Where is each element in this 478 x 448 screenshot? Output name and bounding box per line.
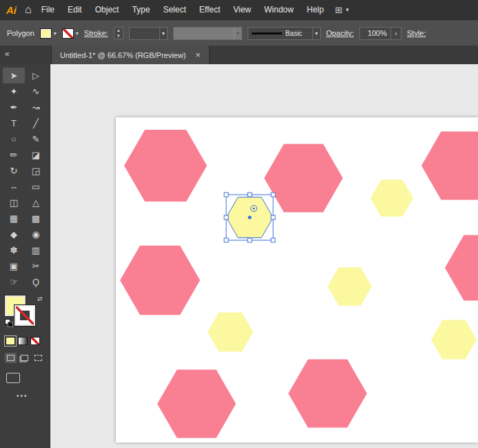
menu-help[interactable]: Help <box>307 5 324 14</box>
menu-select[interactable]: Select <box>163 5 186 14</box>
document-tab-title: Untitled-1* @ 66.67% (RGB/Preview) <box>60 51 186 59</box>
document-tab[interactable]: Untitled-1* @ 66.67% (RGB/Preview) × <box>51 46 210 64</box>
shaper-tool[interactable]: ✏ <box>3 147 25 163</box>
menu-edit[interactable]: Edit <box>68 5 82 14</box>
style-label[interactable]: Style: <box>407 29 426 37</box>
zoom-tool[interactable]: Ϙ <box>25 274 47 290</box>
width-tool[interactable]: ⇔ <box>3 179 25 195</box>
hexagon-pink[interactable] <box>288 360 367 428</box>
direct-selection-tool[interactable]: ▷ <box>25 68 47 84</box>
magic-wand-tool[interactable]: ✦ <box>3 84 25 99</box>
symbol-sprayer-tool[interactable]: ✽ <box>3 242 25 258</box>
chevron-down-icon[interactable]: ▾ <box>54 30 57 37</box>
close-tab-icon[interactable]: × <box>195 50 201 60</box>
lasso-tool[interactable]: ∿ <box>25 84 47 99</box>
stepper-down-icon[interactable]: ▾ <box>114 33 123 39</box>
stroke-weight-stepper[interactable]: ▴ ▾ <box>114 27 123 39</box>
selection-handle[interactable] <box>271 238 275 242</box>
draw-behind-button[interactable] <box>19 353 30 363</box>
free-transform-tool[interactable]: ▭ <box>25 179 47 195</box>
default-fill-stroke-icon[interactable] <box>5 319 14 328</box>
gradient-tool[interactable]: ▩ <box>25 211 47 226</box>
hand-tool[interactable]: ☞ <box>3 274 25 290</box>
hexagon-yellow[interactable] <box>370 179 413 217</box>
menu-bar: Ai ⌂ FileEditObjectTypeSelectEffectViewW… <box>0 0 478 19</box>
edit-toolbar-icon[interactable]: ••• <box>17 392 50 400</box>
selection-handle[interactable] <box>224 193 228 197</box>
selection-handle[interactable] <box>224 215 228 220</box>
stroke-weight-dropdown[interactable]: ▾ <box>129 27 168 40</box>
selection-handle[interactable] <box>224 238 228 242</box>
stroke-color-swatch[interactable] <box>14 305 35 326</box>
mesh-tool[interactable]: ▦ <box>3 211 25 226</box>
selection-handle[interactable] <box>271 193 275 197</box>
hexagon-pink[interactable] <box>124 130 207 202</box>
swap-fill-stroke-icon[interactable]: ⇄ <box>37 295 43 302</box>
illustrator-app: Ai ⌂ FileEditObjectTypeSelectEffectViewW… <box>0 0 478 448</box>
draw-normal-button[interactable] <box>5 353 17 363</box>
gradient-button[interactable] <box>18 337 28 345</box>
menu-file[interactable]: File <box>41 5 54 14</box>
artwork-svg[interactable] <box>116 117 478 442</box>
selection-center-point[interactable] <box>248 216 252 220</box>
context-label: Polygon <box>7 29 34 37</box>
column-graph-tool[interactable]: ▥ <box>25 242 47 258</box>
opacity-input[interactable]: 100% <box>359 27 391 40</box>
hexagon-pink[interactable] <box>264 144 343 213</box>
menu-view[interactable]: View <box>233 5 251 14</box>
hexagon-yellow[interactable] <box>208 312 253 351</box>
hexagon-pink[interactable] <box>157 370 236 438</box>
none-button[interactable] <box>30 337 40 345</box>
scale-tool[interactable]: ◲ <box>25 163 47 179</box>
pen-tool[interactable]: ✒ <box>3 99 25 115</box>
chevron-down-icon[interactable]: ▾ <box>312 28 320 39</box>
eyedropper-tool[interactable]: ◆ <box>3 226 25 242</box>
selection-handle[interactable] <box>271 215 275 220</box>
color-button[interactable] <box>6 337 15 345</box>
perspective-grid-tool[interactable]: △ <box>25 195 47 211</box>
stroke-label[interactable]: Stroke: <box>84 29 108 37</box>
hexagon-pink[interactable] <box>421 132 478 200</box>
selection-handle[interactable] <box>248 193 252 197</box>
selection-handle[interactable] <box>248 238 252 242</box>
fill-color-picker[interactable]: ▾ <box>40 28 57 39</box>
home-icon[interactable]: ⌂ <box>23 3 41 16</box>
chevron-down-icon[interactable]: ▾ <box>234 28 241 39</box>
slice-tool[interactable]: ✂ <box>25 258 47 274</box>
shape-builder-tool[interactable]: ◫ <box>3 195 25 211</box>
paintbrush-tool[interactable]: ✎ <box>25 131 47 147</box>
curvature-tool[interactable]: ↝ <box>25 99 47 115</box>
menu-type[interactable]: Type <box>132 5 150 14</box>
hexagon-yellow[interactable] <box>328 267 372 305</box>
blend-tool[interactable]: ◉ <box>25 226 47 242</box>
opacity-options-button[interactable]: › <box>391 27 401 40</box>
ellipse-tool[interactable]: ○ <box>3 131 25 147</box>
type-tool[interactable]: T <box>3 115 25 131</box>
fill-swatch[interactable] <box>40 28 52 39</box>
opacity-label[interactable]: Opacity: <box>326 29 354 37</box>
brush-definition-dropdown[interactable]: Basic ▾ <box>248 27 321 40</box>
width-profile-dropdown[interactable]: ▾ <box>173 27 242 40</box>
menu-object[interactable]: Object <box>95 5 119 14</box>
chevron-down-icon[interactable]: ▾ <box>76 30 79 37</box>
canvas-area[interactable] <box>51 64 478 448</box>
eraser-tool[interactable]: ◪ <box>25 147 47 163</box>
menu-effect[interactable]: Effect <box>199 5 220 14</box>
line-segment-tool[interactable]: ╱ <box>25 115 47 131</box>
workspace-switcher[interactable]: ⊞ ▾ <box>335 5 348 15</box>
selection-tool[interactable]: ➤ <box>3 68 25 84</box>
screen-mode-button[interactable] <box>6 373 20 383</box>
artboard[interactable] <box>116 117 478 442</box>
hexagon-pink[interactable] <box>120 246 200 315</box>
hexagon-pink[interactable] <box>445 235 478 300</box>
collapse-panel-icon[interactable]: « <box>5 49 10 59</box>
stroke-swatch[interactable] <box>62 28 74 39</box>
stepper-up-icon[interactable]: ▴ <box>114 28 123 33</box>
rotate-tool[interactable]: ↻ <box>3 163 25 179</box>
menu-window[interactable]: Window <box>264 5 294 14</box>
artboard-tool[interactable]: ▣ <box>3 258 25 274</box>
draw-inside-button[interactable] <box>32 353 44 363</box>
hexagon-yellow[interactable] <box>431 320 477 359</box>
chevron-down-icon[interactable]: ▾ <box>159 28 167 39</box>
stroke-color-picker[interactable]: ▾ <box>62 28 79 39</box>
